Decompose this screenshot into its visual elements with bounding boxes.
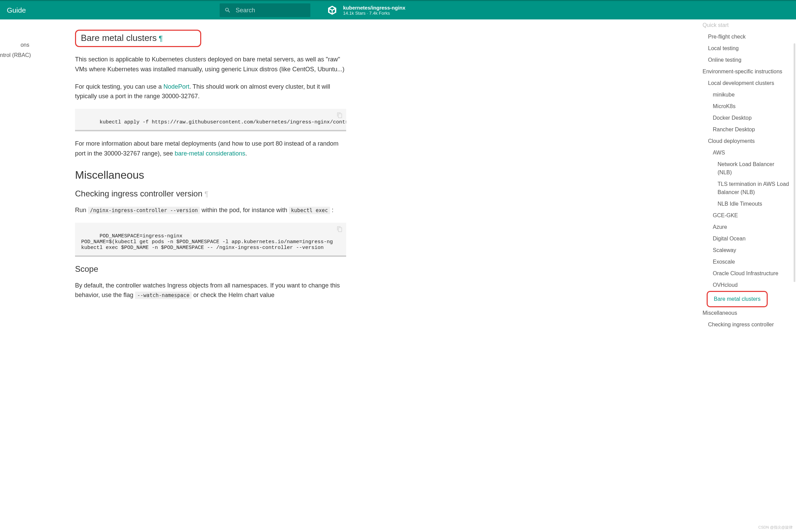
code-block-apply[interactable]: kubectl apply -f https://raw.githubuserc…: [75, 109, 346, 131]
link-baremetal[interactable]: bare-metal considerations: [175, 150, 245, 157]
copy-icon[interactable]: [337, 226, 343, 232]
toc-item[interactable]: Environment-specific instructions: [701, 66, 789, 77]
toc-item[interactable]: NLB Idle Timeouts: [701, 198, 789, 210]
heading-checking-version: Checking ingress controller version¶: [75, 189, 348, 198]
header: Guide kubernetes/ingress-nginx 14.1k Sta…: [0, 0, 796, 19]
toc-item-active[interactable]: Bare metal clusters: [714, 293, 761, 305]
left-nav: ons ntrol (RBAC): [0, 19, 34, 532]
watermark: CSDN @指尖@旋律: [758, 525, 793, 530]
toc-item[interactable]: Local testing: [701, 43, 789, 54]
code-version-flag: /nginx-ingress-controller --version: [88, 207, 200, 214]
toc-item[interactable]: Cloud deployments: [701, 135, 789, 147]
toc-item[interactable]: Exoscale: [701, 256, 789, 268]
toc-item[interactable]: MicroK8s: [701, 101, 789, 112]
toc-item[interactable]: Digital Ocean: [701, 233, 789, 245]
para-run: Run /nginx-ingress-controller --version …: [75, 205, 348, 215]
toc-item[interactable]: Azure: [701, 221, 789, 233]
toc-item[interactable]: Online testing: [701, 54, 789, 66]
heading-scope: Scope: [75, 264, 348, 274]
heading-miscellaneous: Miscellaneous: [75, 169, 348, 181]
search-input[interactable]: [236, 7, 306, 14]
repo-stats: 14.1k Stars · 7.4k Forks: [343, 11, 406, 16]
para-more-info: For more information about bare metal de…: [75, 139, 348, 159]
toc-item[interactable]: Rancher Desktop: [701, 124, 789, 135]
code-block-pod[interactable]: POD_NAMESPACE=ingress-nginx POD_NAME=$(k…: [75, 223, 346, 257]
left-nav-item[interactable]: ons: [0, 40, 34, 50]
toc-item[interactable]: minikube: [701, 89, 789, 101]
toc-active-highlight: Bare metal clusters: [707, 291, 768, 307]
toc-scrollbar[interactable]: [794, 43, 795, 282]
search-box[interactable]: [220, 3, 310, 17]
toc-item[interactable]: OVHcloud: [701, 279, 789, 291]
header-title: Guide: [7, 6, 26, 14]
heading-bare-metal: Bare metal clusters: [81, 33, 157, 43]
search-icon: [224, 6, 231, 14]
para-quick-test: For quick testing, you can use a NodePor…: [75, 82, 348, 102]
toc-item[interactable]: Oracle Cloud Infrastructure: [701, 268, 789, 279]
toc-item[interactable]: Local development clusters: [701, 77, 789, 89]
toc-item[interactable]: Pre-flight check: [701, 31, 789, 43]
toc-item[interactable]: Network Load Balancer (NLB): [701, 159, 789, 178]
toc-item[interactable]: Docker Desktop: [701, 112, 789, 124]
para-scope: By default, the controller watches Ingre…: [75, 281, 348, 300]
toc-item[interactable]: AWS: [701, 147, 789, 159]
toc-item[interactable]: Quick start: [701, 19, 789, 31]
toc-item[interactable]: Scaleway: [701, 245, 789, 256]
repo-info[interactable]: kubernetes/ingress-nginx 14.1k Stars · 7…: [327, 5, 406, 16]
anchor-icon[interactable]: ¶: [159, 34, 163, 43]
copy-icon[interactable]: [337, 112, 343, 118]
toc-item[interactable]: Miscellaneous: [701, 307, 789, 319]
main-content: Bare metal clusters¶ This section is app…: [34, 19, 348, 532]
heading-highlight-box: Bare metal clusters¶: [75, 30, 201, 47]
toc-item[interactable]: GCE-GKE: [701, 210, 789, 221]
toc-item[interactable]: Checking ingress controller: [701, 319, 789, 330]
toc-item[interactable]: TLS termination in AWS Load Balancer (NL…: [701, 178, 789, 198]
para-intro: This section is applicable to Kubernetes…: [75, 55, 348, 74]
link-nodeport[interactable]: NodePort: [163, 83, 189, 90]
code-kubectl-exec: kubectl exec: [289, 207, 330, 214]
table-of-contents: Quick start Pre-flight check Local testi…: [701, 19, 796, 532]
anchor-icon[interactable]: ¶: [205, 190, 209, 198]
repo-name: kubernetes/ingress-nginx: [343, 5, 406, 11]
code-watch-namespace: --watch-namespace: [135, 292, 192, 299]
left-nav-item[interactable]: ntrol (RBAC): [0, 50, 34, 60]
git-icon: [327, 5, 338, 16]
